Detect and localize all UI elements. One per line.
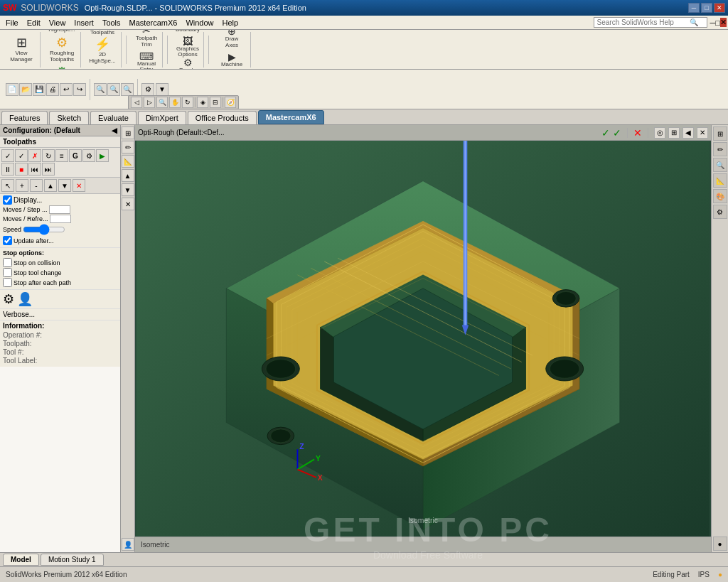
- tb2-btn6[interactable]: ↪: [73, 83, 86, 96]
- right-btn2[interactable]: ✏: [713, 142, 727, 156]
- close-icon-red[interactable]: ✕: [633, 127, 642, 139]
- panel-btn-check2[interactable]: ✓: [15, 149, 28, 162]
- panel-btn-settings[interactable]: ⚙: [82, 149, 95, 162]
- tab-office[interactable]: Office Products: [188, 111, 257, 124]
- menu-mastercam[interactable]: MastercamX6: [125, 17, 182, 28]
- menu-insert[interactable]: Insert: [70, 17, 98, 28]
- vp-close[interactable]: ✕: [697, 127, 708, 139]
- menu-window[interactable]: Window: [181, 17, 218, 28]
- menu-edit[interactable]: Edit: [23, 17, 45, 28]
- right-btn5[interactable]: 🎨: [713, 189, 727, 203]
- panel-btn-pause[interactable]: ⏸: [1, 163, 14, 176]
- tab-features[interactable]: Features: [1, 111, 48, 124]
- manual-entry-button[interactable]: ⌨ Manual Entry: [134, 50, 159, 70]
- vp-tb-btn1[interactable]: ◎: [654, 127, 665, 139]
- multithreading-button[interactable]: ⚙ Toggle Multi-threading Manager: [175, 60, 200, 70]
- tab-motion-study[interactable]: Motion Study 1: [41, 554, 104, 566]
- right-btn-bottom[interactable]: ●: [713, 537, 727, 551]
- 3d-highspeed-button[interactable]: ◈ 3D HighSpe...: [46, 30, 77, 34]
- panel-btn-arrow-dn[interactable]: ▼: [58, 179, 71, 192]
- tab-evaluate[interactable]: Evaluate: [90, 111, 136, 124]
- stop-tool-change[interactable]: [3, 268, 12, 277]
- vert-btn6[interactable]: ✕: [122, 198, 134, 210]
- menu-help[interactable]: Help: [218, 17, 243, 28]
- vert-btn1[interactable]: ⊞: [122, 126, 134, 139]
- panel-collapse-icon[interactable]: ◀: [112, 126, 117, 134]
- help-close[interactable]: ✕: [720, 18, 727, 27]
- panel-btn-run[interactable]: ▶: [96, 149, 109, 162]
- panel-btn-check[interactable]: ✓: [1, 149, 14, 162]
- close-button[interactable]: ✕: [714, 3, 725, 13]
- vp-nav-pan[interactable]: ✋: [169, 97, 181, 108]
- panel-btn-regen[interactable]: ↻: [42, 149, 55, 162]
- vp-collapse[interactable]: ◀: [682, 127, 694, 139]
- view-manager-button[interactable]: ⊞ View Manager: [6, 34, 37, 65]
- vp-view-orient[interactable]: 🧭: [225, 97, 236, 108]
- tb2-btn7[interactable]: 🔍: [94, 83, 107, 96]
- step-input[interactable]: [49, 205, 70, 214]
- tb2-options[interactable]: ⚙: [141, 83, 154, 96]
- panel-btn-rewind[interactable]: ⏮: [28, 163, 41, 176]
- speed-slider[interactable]: [23, 224, 65, 235]
- tb2-btn5[interactable]: ↩: [60, 83, 73, 96]
- display-checkbox[interactable]: [3, 195, 12, 205]
- vp-nav-rotate[interactable]: ↻: [182, 97, 193, 108]
- graphics-options-button[interactable]: 🖼 Graphics Options: [175, 36, 200, 60]
- vert-btn2[interactable]: ✏: [122, 141, 134, 153]
- draw-axes-button[interactable]: ⊕ Draw Axes: [219, 30, 245, 50]
- right-btn1[interactable]: ⊞: [713, 126, 727, 141]
- vp-display-mode[interactable]: ◈: [197, 97, 208, 108]
- 2d-highspeed-button[interactable]: ⚡ 2D HighSpe...: [87, 37, 118, 65]
- panel-btn-collapse[interactable]: -: [30, 179, 43, 192]
- tb2-btn8[interactable]: 🔍: [107, 83, 120, 96]
- stop-each-path[interactable]: [3, 278, 12, 287]
- panel-btn-g[interactable]: G: [69, 149, 82, 162]
- create-boundary-button[interactable]: □ Create Boundary: [175, 30, 200, 34]
- settings-icon-btn[interactable]: ⚙: [3, 291, 14, 307]
- search-input[interactable]: [597, 18, 690, 26]
- machine-sim-button[interactable]: ▶ Machine Simulation: [219, 51, 245, 70]
- search-icon[interactable]: 🔍: [690, 18, 698, 26]
- menu-tools[interactable]: Tools: [98, 17, 125, 28]
- toolpath-trim-button[interactable]: ✂ Toolpath Trim: [134, 30, 159, 49]
- tab-mastercam[interactable]: MastercamX6: [258, 110, 324, 124]
- menu-file[interactable]: File: [1, 17, 23, 28]
- tb2-btn1[interactable]: 📄: [6, 83, 18, 96]
- vp-nav-zoom[interactable]: 🔍: [156, 97, 168, 108]
- vp-nav-1[interactable]: ◁: [131, 97, 142, 108]
- tb2-btn4[interactable]: 🖨: [46, 83, 59, 96]
- maximize-button[interactable]: □: [701, 3, 712, 13]
- right-btn3[interactable]: 🔍: [713, 158, 727, 172]
- panel-btn-x2[interactable]: ✕: [73, 179, 85, 192]
- vert-btn4[interactable]: ▲: [122, 169, 134, 182]
- window-controls[interactable]: ─ □ ✕: [688, 3, 725, 13]
- refresh-input[interactable]: [50, 215, 71, 223]
- vert-btn-bottom1[interactable]: 👤: [122, 538, 134, 551]
- finishing-toolpaths-button[interactable]: ⚙ Finishing Toolpaths: [46, 65, 77, 70]
- panel-btn-ff[interactable]: ⏭: [42, 163, 55, 176]
- tb2-btn2[interactable]: 📂: [19, 83, 32, 96]
- tb2-customize[interactable]: ▼: [156, 83, 168, 96]
- panel-btn-arrow-up[interactable]: ▲: [44, 179, 57, 192]
- vp-nav-2[interactable]: ▷: [144, 97, 155, 108]
- right-btn4[interactable]: 📐: [713, 173, 727, 188]
- feature-based-button[interactable]: ⬡ Feature-Based Toolpaths: [87, 30, 118, 36]
- tb2-btn9[interactable]: 🔍: [121, 83, 134, 96]
- panel-btn-select[interactable]: ↖: [1, 179, 14, 192]
- panel-btn-expand[interactable]: +: [16, 179, 28, 192]
- update-checkbox[interactable]: [3, 236, 12, 245]
- person-icon-btn[interactable]: 👤: [17, 291, 33, 307]
- tb2-btn3[interactable]: 💾: [33, 83, 46, 96]
- vp-tb-btn2[interactable]: ⊞: [668, 127, 680, 139]
- tab-dimxpert[interactable]: DimXpert: [138, 111, 186, 124]
- panel-btn-stop[interactable]: ■: [15, 163, 28, 176]
- stop-collision[interactable]: [3, 258, 12, 267]
- panel-btn-layers[interactable]: ≡: [55, 149, 68, 162]
- right-btn6[interactable]: ⚙: [713, 205, 727, 219]
- help-minimize[interactable]: ─: [710, 18, 716, 27]
- vert-btn3[interactable]: 📐: [122, 155, 134, 168]
- roughing-toolpaths-button[interactable]: ⚙ Roughing Toolpaths: [46, 36, 77, 64]
- panel-btn-x[interactable]: ✗: [28, 149, 41, 162]
- tab-model[interactable]: Model: [3, 554, 39, 566]
- menu-view[interactable]: View: [45, 17, 70, 28]
